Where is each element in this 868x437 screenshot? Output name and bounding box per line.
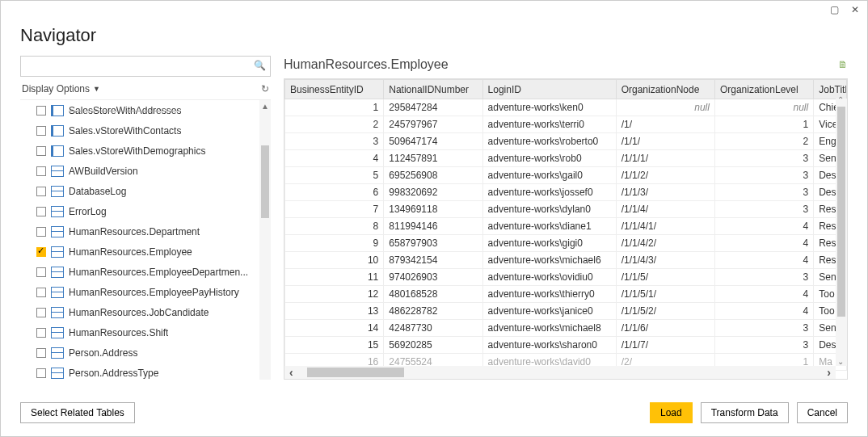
tree-item[interactable]: Person.Address: [20, 342, 259, 363]
close-icon[interactable]: ✕: [849, 4, 861, 15]
column-header[interactable]: NationalIDNumber: [384, 80, 482, 99]
tree-checkbox[interactable]: [36, 328, 46, 338]
grid-vscroll-thumb[interactable]: [837, 107, 845, 317]
table-cell: 2: [714, 133, 813, 150]
tree-item[interactable]: HumanResources.Shift: [20, 322, 259, 342]
object-tree[interactable]: SalesStoreWithAddressesSales.vStoreWithC…: [20, 100, 259, 380]
table-row[interactable]: 10879342154adventure-works\michael6/1/1/…: [285, 252, 847, 269]
table-row[interactable]: 7134969118adventure-works\dylan0/1/1/4/3…: [285, 201, 847, 218]
table-cell: 134969118: [384, 201, 482, 218]
table-cell: 13: [285, 303, 384, 320]
navigator-left-pane: 🔍 Display Options ▼ ↻ SalesStoreWithAddr…: [20, 56, 271, 380]
dialog-title: Navigator: [20, 25, 848, 46]
preview-action-icon[interactable]: 🗎: [838, 59, 848, 70]
tree-item[interactable]: Sales.vStoreWithContacts: [20, 120, 259, 141]
tree-item[interactable]: DatabaseLog: [20, 181, 259, 201]
tree-item-label: Person.AddressType: [69, 368, 158, 379]
table-cell: 509647174: [384, 133, 482, 150]
search-input[interactable]: [20, 56, 271, 77]
tree-item[interactable]: ErrorLog: [20, 201, 259, 221]
table-row[interactable]: 3509647174adventure-works\roberto0/1/1/2…: [285, 133, 847, 150]
chevron-down-icon: ▼: [93, 85, 100, 93]
refresh-icon[interactable]: ↻: [261, 83, 269, 95]
tree-checkbox[interactable]: [36, 106, 46, 116]
tree-item[interactable]: HumanResources.EmployeePayHistory: [20, 282, 259, 302]
table-cell: 658797903: [384, 235, 482, 252]
column-header[interactable]: LoginID: [482, 80, 616, 99]
tree-checkbox[interactable]: [36, 348, 46, 358]
table-cell: adventure-works\dylan0: [482, 201, 616, 218]
table-row[interactable]: 1442487730adventure-works\michael8/1/1/6…: [285, 320, 847, 337]
table-cell: 4: [714, 303, 813, 320]
load-button[interactable]: Load: [650, 402, 693, 423]
cancel-button[interactable]: Cancel: [797, 402, 848, 423]
tree-checkbox[interactable]: [36, 166, 46, 176]
grid-hscroll-thumb[interactable]: [307, 368, 404, 377]
column-header[interactable]: OrganizationNode: [616, 80, 714, 99]
column-header[interactable]: OrganizationLevel: [714, 80, 813, 99]
tree-checkbox[interactable]: [36, 368, 46, 378]
table-cell: adventure-works\michael6: [482, 252, 616, 269]
tree-checkbox[interactable]: [36, 207, 46, 216]
tree-item[interactable]: Sales.vStoreWithDemographics: [20, 141, 259, 161]
tree-item[interactable]: HumanResources.JobCandidate: [20, 302, 259, 322]
scroll-down-icon[interactable]: ⌄: [837, 357, 844, 366]
table-row[interactable]: 5695256908adventure-works\gail0/1/1/2/3D…: [285, 167, 847, 184]
scroll-up-icon[interactable]: ▲: [261, 102, 269, 111]
maximize-icon[interactable]: ▢: [828, 4, 840, 15]
tree-checkbox[interactable]: [36, 267, 46, 277]
table-cell: 811994146: [384, 218, 482, 235]
scroll-right-icon[interactable]: ›: [827, 366, 831, 379]
table-row[interactable]: 12480168528adventure-works\thierry0/1/1/…: [285, 286, 847, 303]
tree-item-label: Sales.vStoreWithContacts: [69, 125, 181, 137]
tree-checkbox[interactable]: [36, 288, 46, 297]
tree-checkbox[interactable]: [36, 146, 46, 156]
tree-checkbox[interactable]: [36, 126, 46, 136]
column-header[interactable]: BusinessEntityID: [285, 80, 384, 99]
tree-checkbox[interactable]: [36, 187, 46, 196]
tree-scrollbar[interactable]: ▲: [259, 100, 271, 380]
table-row[interactable]: 1295847284adventure-works\ken0nullnullCh…: [285, 99, 847, 116]
transform-data-button[interactable]: Transform Data: [701, 402, 789, 423]
tree-item[interactable]: AWBuildVersion: [20, 161, 259, 181]
table-cell: null: [616, 99, 714, 116]
grid-vertical-scrollbar[interactable]: ⌃ ⌄: [836, 99, 847, 366]
tree-item[interactable]: Person.AddressType: [20, 363, 259, 380]
tree-item[interactable]: HumanResources.Department: [20, 221, 259, 242]
display-options-dropdown[interactable]: Display Options ▼: [22, 83, 100, 95]
table-row[interactable]: 1556920285adventure-works\sharon0/1/1/7/…: [285, 337, 847, 354]
table-cell: 15: [285, 337, 384, 354]
table-cell: 3: [714, 167, 813, 184]
tree-item-label: HumanResources.Shift: [69, 327, 168, 338]
table-row[interactable]: 4112457891adventure-works\rob0/1/1/1/3Se…: [285, 150, 847, 167]
table-cell: /1/1/4/: [616, 201, 714, 218]
tree-item-label: HumanResources.Department: [69, 226, 200, 237]
tree-checkbox[interactable]: [36, 308, 46, 317]
table-row[interactable]: 13486228782adventure-works\janice0/1/1/5…: [285, 303, 847, 320]
scroll-up-icon[interactable]: ⌃: [837, 95, 844, 104]
display-options-label: Display Options: [22, 83, 90, 95]
tree-item[interactable]: HumanResources.EmployeeDepartmen...: [20, 262, 259, 282]
table-cell: 6: [285, 184, 384, 201]
grid-horizontal-scrollbar[interactable]: ‹ ›: [284, 366, 836, 379]
tree-checkbox[interactable]: [36, 227, 46, 237]
tree-item[interactable]: HumanResources.Employee: [20, 242, 259, 262]
tree-item[interactable]: SalesStoreWithAddresses: [20, 100, 259, 120]
table-cell: 1: [714, 116, 813, 133]
table-row[interactable]: 8811994146adventure-works\diane1/1/1/4/1…: [285, 218, 847, 235]
scroll-left-icon[interactable]: ‹: [289, 366, 293, 379]
table-row[interactable]: 2245797967adventure-works\terri0/1/1Vice: [285, 116, 847, 133]
table-icon: [51, 267, 64, 278]
table-cell: /1/1/4/2/: [616, 235, 714, 252]
tree-scroll-thumb[interactable]: [261, 145, 269, 218]
tree-item-label: HumanResources.Employee: [69, 246, 192, 258]
table-cell: 7: [285, 201, 384, 218]
table-cell: 998320692: [384, 184, 482, 201]
table-row[interactable]: 9658797903adventure-works\gigi0/1/1/4/2/…: [285, 235, 847, 252]
search-icon[interactable]: 🔍: [254, 60, 266, 71]
preview-grid[interactable]: BusinessEntityIDNationalIDNumberLoginIDO…: [284, 78, 848, 380]
table-row[interactable]: 11974026903adventure-works\ovidiu0/1/1/5…: [285, 269, 847, 286]
select-related-tables-button[interactable]: Select Related Tables: [20, 402, 135, 423]
table-row[interactable]: 6998320692adventure-works\jossef0/1/1/3/…: [285, 184, 847, 201]
tree-checkbox[interactable]: [36, 247, 46, 257]
